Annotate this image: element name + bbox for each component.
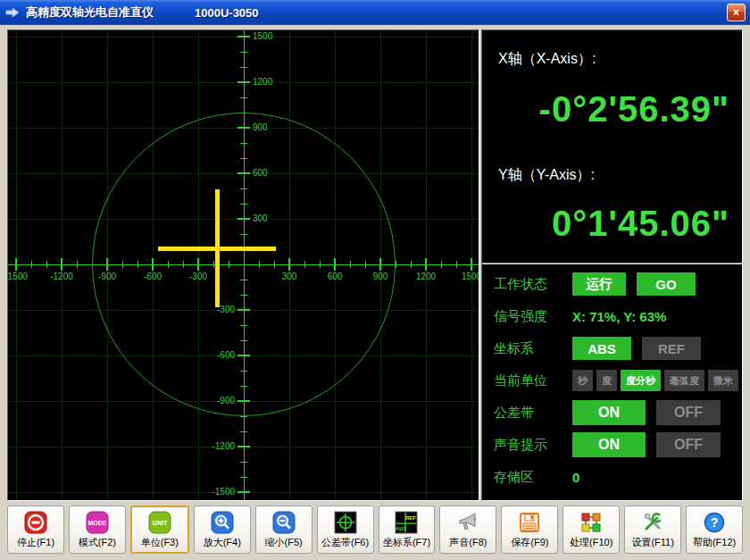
- tolerance-band-icon: [333, 510, 358, 535]
- work-state-label: 工作状态: [494, 276, 572, 293]
- help-button[interactable]: ?帮助(F12): [686, 506, 743, 554]
- toolbar-button-label: 帮助(F12): [693, 536, 736, 549]
- sound-prompt-row: 声音提示 ON OFF: [482, 429, 742, 461]
- run-button[interactable]: 运行: [572, 272, 626, 296]
- tolerance-circle: [92, 113, 396, 416]
- y-axis-tick: [240, 477, 247, 478]
- app-window: 高精度双轴光电自准直仪 1000U-3050 × -1500-1200-900-…: [0, 0, 750, 560]
- signal-strength-row: 信号强度 X: 71%, Y: 63%: [482, 300, 742, 332]
- save-button[interactable]: 保存(F9): [501, 506, 558, 554]
- tolerance-band-button[interactable]: 公差带(F6): [317, 506, 374, 554]
- toolbar-button-label: 保存(F9): [511, 536, 548, 549]
- svg-text:REF: REF: [405, 515, 416, 521]
- y-axis-tick: [240, 462, 247, 463]
- x-axis-tick: [46, 261, 47, 268]
- x-axis-tick: [425, 258, 427, 271]
- stop-icon: [23, 510, 48, 535]
- settings-button[interactable]: 设置(F11): [624, 506, 681, 554]
- window-model-number: 1000U-3050: [195, 6, 259, 20]
- x-axis-tick: [456, 261, 457, 268]
- coordinate-system-button[interactable]: REFABS坐标系(F7): [379, 506, 436, 554]
- close-button[interactable]: ×: [727, 4, 746, 21]
- sound-on-button[interactable]: ON: [572, 432, 646, 457]
- toolbar-button-label: 声音(F8): [449, 536, 487, 549]
- y-tick-label: -1500: [212, 487, 235, 497]
- zoom-in-button[interactable]: 放大(F4): [194, 506, 251, 554]
- x-axis-tick: [441, 261, 442, 268]
- y-axis-tick: [240, 67, 247, 68]
- y-tick-label: 1200: [253, 77, 272, 87]
- x-axis-label: X轴（X-Axis）:: [498, 50, 596, 69]
- save-icon: [517, 510, 542, 535]
- y-axis-tick: [240, 52, 247, 53]
- svg-text:UNIT: UNIT: [153, 520, 168, 526]
- toolbar-button-label: 单位(F3): [141, 536, 179, 549]
- sound-off-button[interactable]: OFF: [656, 432, 721, 457]
- y-tick-label: -1200: [212, 441, 235, 451]
- tolerance-off-button[interactable]: OFF: [656, 400, 721, 425]
- process-icon: [579, 510, 604, 535]
- mode-button[interactable]: MODE模式(F2): [69, 506, 126, 554]
- x-axis-tick: [31, 261, 32, 268]
- mode-icon: MODE: [85, 510, 110, 535]
- y-axis-tick: [238, 446, 250, 447]
- unit-dms-button[interactable]: 度分秒: [621, 370, 661, 391]
- main-area: -1500-1200-900-600-30030060090012001500-…: [7, 29, 743, 501]
- status-rows: 工作状态 运行 GO 信号强度 X: 71%, Y: 63% 坐标系 ABS R…: [482, 268, 742, 493]
- unit-micron-button[interactable]: 微米: [708, 370, 738, 391]
- x-tick-label: -1200: [50, 272, 73, 281]
- unit-second-button[interactable]: 秒: [572, 370, 593, 391]
- svg-text:MODE: MODE: [88, 520, 106, 526]
- ref-button[interactable]: REF: [642, 337, 701, 360]
- x-axis-tick: [471, 258, 472, 271]
- x-axis-tick: [77, 261, 78, 268]
- coordinate-system-row: 坐标系 ABS REF: [482, 332, 742, 364]
- unit-mrad-button[interactable]: 毫弧度: [664, 370, 704, 391]
- stop-button[interactable]: 停止(F1): [7, 506, 64, 554]
- tolerance-on-button[interactable]: ON: [572, 400, 646, 425]
- toolbar-button-label: 模式(F2): [79, 536, 116, 549]
- signal-strength-value: X: 71%, Y: 63%: [572, 309, 666, 324]
- unit-button[interactable]: UNIT单位(F3): [130, 506, 189, 554]
- plot-area: -1500-1200-900-600-30030060090012001500-…: [7, 29, 479, 501]
- tolerance-band-row: 公差带 ON OFF: [482, 397, 742, 429]
- zoom-out-button[interactable]: 缩小(F5): [255, 506, 312, 554]
- y-axis-value: 0°1'45.06": [552, 204, 729, 244]
- coordinate-system-icon: REFABS: [394, 510, 419, 535]
- x-axis-tick: [411, 261, 412, 268]
- sound-button[interactable]: 声音(F8): [439, 506, 496, 554]
- x-tick-label: 1500: [462, 272, 479, 281]
- tolerance-band-label: 公差带: [494, 405, 572, 422]
- svg-text:?: ?: [711, 515, 719, 530]
- x-tick-label: -1500: [7, 272, 28, 281]
- storage-label: 存储区: [494, 469, 572, 486]
- panel-divider: [482, 263, 742, 264]
- storage-row: 存储区 0: [482, 461, 742, 493]
- x-axis-tick: [61, 258, 62, 271]
- toolbar-button-label: 公差带(F6): [321, 536, 369, 549]
- go-button[interactable]: GO: [637, 272, 696, 296]
- toolbar-button-label: 放大(F4): [204, 536, 241, 549]
- y-axis-tick: [238, 36, 250, 38]
- sound-icon: [455, 510, 480, 535]
- toolbar-button-label: 坐标系(F7): [383, 536, 430, 549]
- toolbar-button-label: 缩小(F5): [265, 536, 303, 549]
- settings-icon: [640, 510, 665, 535]
- y-axis-tick: [240, 97, 247, 98]
- work-state-row: 工作状态 运行 GO: [482, 268, 742, 300]
- zoom-in-icon: [210, 510, 235, 535]
- toolbar-button-label: 处理(F10): [570, 536, 612, 549]
- function-toolbar: 停止(F1)MODE模式(F2)UNIT单位(F3)放大(F4)缩小(F5)公差…: [7, 506, 743, 554]
- unit-degree-button[interactable]: 度: [596, 370, 617, 391]
- x-tick-label: 1200: [416, 272, 436, 281]
- zoom-out-icon: [271, 510, 296, 535]
- abs-button[interactable]: ABS: [572, 337, 631, 360]
- svg-text:ABS: ABS: [396, 526, 407, 531]
- x-axis-value: -0°2'56.39": [539, 89, 729, 130]
- title-bar: 高精度双轴光电自准直仪 1000U-3050 ×: [0, 0, 750, 25]
- toolbar-button-label: 停止(F1): [17, 536, 54, 549]
- unit-icon: UNIT: [147, 510, 172, 535]
- process-button[interactable]: 处理(F10): [562, 506, 620, 554]
- sound-prompt-label: 声音提示: [494, 437, 572, 454]
- current-unit-row: 当前单位 秒 度 度分秒 毫弧度 微米: [482, 364, 742, 397]
